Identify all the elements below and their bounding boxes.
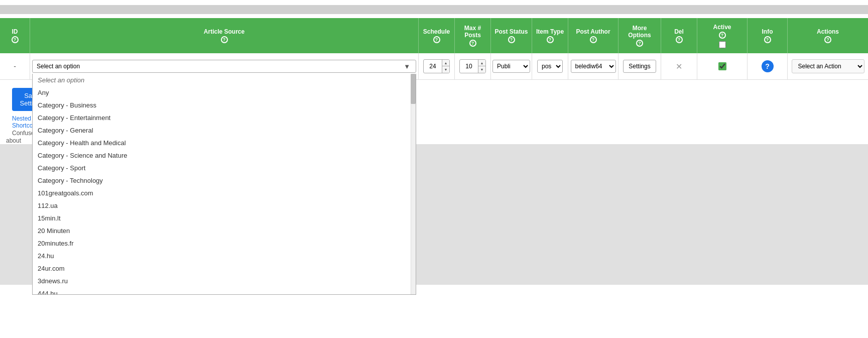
col-header-article-source: Article Source ? [30, 18, 419, 53]
max-posts-input[interactable] [460, 61, 478, 71]
row-id: - [0, 53, 30, 79]
dropdown-option-cat-business[interactable]: Category - Business [33, 99, 416, 111]
dropdown-option-101greatgoals[interactable]: 101greatgoals.com [33, 187, 416, 199]
schedule-input[interactable] [424, 61, 442, 71]
schedule-spinner-buttons: ▲ ▼ [442, 60, 449, 73]
active-header-checkbox[interactable] [719, 41, 726, 48]
col-header-max-posts: Max # Posts ? [455, 18, 491, 53]
col-header-id: ID ? [0, 18, 30, 53]
col-header-more-options: More Options ? [618, 18, 661, 53]
row-max-posts[interactable]: ▲ ▼ [455, 53, 491, 79]
dropdown-option-24ur[interactable]: 24ur.com [33, 262, 416, 275]
schedule-spinner[interactable]: ▲ ▼ [423, 59, 450, 73]
post-status-select[interactable]: Publi Draft Pending [492, 60, 530, 73]
max-posts-decrement-button[interactable]: ▼ [478, 66, 485, 73]
row-del[interactable]: ✕ [661, 53, 697, 79]
schedule-decrement-button[interactable]: ▼ [442, 66, 449, 73]
article-source-select[interactable]: Select an option [32, 60, 416, 73]
dropdown-option-cat-science[interactable]: Category - Science and Nature [33, 149, 416, 162]
dropdown-option-3dnews[interactable]: 3dnews.ru [33, 275, 416, 287]
row-more-options[interactable]: Settings [618, 53, 661, 79]
dropdown-option-cat-sport[interactable]: Category - Sport [33, 162, 416, 174]
max-posts-spinner[interactable]: ▲ ▼ [459, 59, 486, 73]
top-bar [0, 5, 868, 14]
dropdown-option-cat-entertainment[interactable]: Category - Entertainment [33, 111, 416, 124]
item-type-select[interactable]: pos neg [537, 60, 563, 73]
schedule-increment-button[interactable]: ▲ [442, 60, 449, 66]
settings-button[interactable]: Settings [623, 60, 656, 73]
article-source-help-icon[interactable]: ? [221, 36, 228, 43]
dropdown-option-placeholder[interactable]: Select an option [33, 74, 416, 86]
col-header-item-type: Item Type ? [532, 18, 568, 53]
row-active[interactable] [697, 53, 748, 79]
col-header-active: Active ? [697, 18, 748, 53]
row-schedule[interactable]: ▲ ▼ [419, 53, 455, 79]
dropdown-option-20minuten[interactable]: 20 Minuten [33, 224, 416, 237]
dropdown-option-20minutesfr[interactable]: 20minutes.fr [33, 237, 416, 250]
row-post-status[interactable]: Publi Draft Pending [491, 53, 532, 79]
row-info[interactable]: ? [748, 53, 788, 79]
dropdown-option-112ua[interactable]: 112.ua [33, 199, 416, 212]
item-type-help-icon[interactable]: ? [547, 36, 554, 43]
row-item-type[interactable]: pos neg [532, 53, 568, 79]
id-help-icon[interactable]: ? [12, 36, 19, 43]
table-header: ID ? Article Source ? Schedule ? Max # P… [0, 18, 868, 53]
dropdown-option-cat-tech[interactable]: Category - Technology [33, 174, 416, 187]
max-posts-help-icon[interactable]: ? [469, 40, 476, 47]
col-header-actions: Actions ? [788, 18, 868, 53]
dropdown-option-15min[interactable]: 15min.lt [33, 212, 416, 224]
info-button[interactable]: ? [762, 60, 774, 72]
more-options-help-icon[interactable]: ? [636, 40, 643, 47]
schedule-help-icon[interactable]: ? [433, 36, 440, 43]
delete-icon[interactable]: ✕ [676, 62, 682, 71]
dropdown-option-444hu[interactable]: 444.hu [33, 287, 416, 295]
row-article-source[interactable]: Select an option ▼ Select an option Any … [30, 53, 419, 79]
table-row: - Select an option ▼ Select an option An… [0, 53, 868, 80]
col-header-info: Info ? [748, 18, 788, 53]
max-posts-spinner-buttons: ▲ ▼ [478, 60, 485, 73]
post-status-help-icon[interactable]: ? [508, 36, 515, 43]
col-header-post-status: Post Status ? [491, 18, 532, 53]
col-header-schedule: Schedule ? [419, 18, 455, 53]
max-posts-increment-button[interactable]: ▲ [478, 60, 485, 66]
del-help-icon[interactable]: ? [676, 36, 683, 43]
scrollbar-thumb[interactable] [411, 74, 416, 104]
post-author-help-icon[interactable]: ? [590, 36, 597, 43]
actions-help-icon[interactable]: ? [824, 36, 831, 43]
row-actions[interactable]: Select an Action [788, 53, 868, 79]
scrollbar-track [411, 74, 416, 295]
active-help-icon[interactable]: ? [719, 32, 726, 39]
post-author-select[interactable]: belediw64 [571, 60, 616, 73]
article-source-select-wrapper[interactable]: Select an option ▼ Select an option Any … [30, 59, 418, 74]
active-checkbox[interactable] [718, 62, 726, 70]
dropdown-option-24hu[interactable]: 24.hu [33, 250, 416, 262]
info-help-icon[interactable]: ? [764, 36, 771, 43]
col-header-del: Del ? [661, 18, 697, 53]
dropdown-option-cat-general[interactable]: Category - General [33, 124, 416, 137]
row-post-author[interactable]: belediw64 [568, 53, 618, 79]
dropdown-option-cat-health[interactable]: Category - Health and Medical [33, 137, 416, 149]
dropdown-list[interactable]: Select an option Any Category - Business… [33, 74, 416, 295]
col-header-post-author: Post Author ? [568, 18, 618, 53]
actions-select[interactable]: Select an Action [792, 59, 864, 73]
dropdown-option-any[interactable]: Any [33, 86, 416, 99]
article-source-dropdown[interactable]: Select an option Any Category - Business… [32, 74, 416, 295]
